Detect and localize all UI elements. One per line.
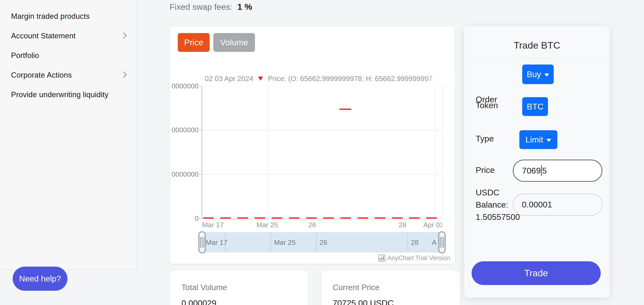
caret-down-icon [544, 73, 549, 76]
app-root: Margin traded products Account Statement… [0, 0, 644, 305]
chart-legend-date: 02 03 Apr 2024 [205, 74, 253, 83]
sidebar-item-portfolio[interactable]: Portfolio [0, 46, 137, 65]
sidebar: Margin traded products Account Statement… [0, 0, 137, 270]
scroller-label: Mar 25 [274, 239, 296, 246]
sidebar-item-label: Provide underwriting liquidity [11, 90, 108, 99]
chart-legend-ohlc: Price: (O: 65662.9999999978; H: 65662.99… [268, 74, 432, 83]
x-axis-label: Mar 17 [202, 221, 224, 229]
scroller-handle-right[interactable] [438, 231, 446, 253]
chevron-right-icon [120, 71, 127, 78]
sidebar-item-label: Corporate Actions [11, 71, 72, 79]
candle-mark [339, 109, 351, 110]
scroller-label: A [432, 239, 436, 246]
legend-fade-overlay [422, 73, 455, 84]
x-axis-label: 26 [308, 221, 316, 229]
y-axis-tick [199, 86, 202, 86]
divider [464, 58, 610, 58]
x-axis-label: Apr 03 [423, 221, 442, 229]
x-axis: Mar 17 Mar 25 26 28 Apr 03 [202, 221, 442, 231]
type-label: Type [476, 134, 494, 144]
watermark-text: AnyChart Trial Version [388, 254, 450, 262]
scroller-label: 26 [320, 239, 327, 246]
sidebar-item-label: Account Statement [11, 32, 76, 40]
token-row-label: Token [476, 101, 498, 110]
sidebar-item-margin-traded-products[interactable]: Margin traded products [0, 6, 137, 26]
balance-amount-label: 1.50557500 [476, 212, 520, 222]
scroller-separator [270, 233, 271, 252]
price-input[interactable]: 7069 5 [513, 160, 602, 182]
stat-value: 0.000029 [182, 299, 216, 305]
scroller-label: Mar 17 [206, 239, 228, 246]
grid-line [202, 130, 442, 130]
anychart-watermark: AnyChart Trial Version [378, 254, 450, 262]
stat-value: 70725.00 USDC [332, 299, 394, 305]
stat-label: Total Volume [182, 283, 227, 292]
total-volume-card: Total Volume 0.000029 [170, 270, 308, 305]
y-axis-label: 0000000 [170, 126, 198, 134]
type-value: Limit [526, 135, 543, 145]
current-price-card: Current Price 70725.00 USDC [321, 270, 460, 305]
amount-input[interactable]: 0.00001 [513, 194, 602, 216]
chart-scroller[interactable]: Mar 17 Mar 25 26 28 A [202, 232, 442, 252]
plot-area[interactable] [202, 86, 442, 218]
amount-value: 0.00001 [522, 200, 552, 210]
y-axis-tick [199, 174, 202, 175]
trade-panel-title: Trade BTC [464, 40, 610, 51]
token-button[interactable]: BTC [522, 97, 548, 116]
sidebar-item-corporate-actions[interactable]: Corporate Actions [0, 65, 137, 85]
trade-panel: Trade BTC Order Buy Token Token BTC Type… [464, 26, 610, 298]
triangle-down-icon [258, 76, 263, 81]
stat-label: Current Price [332, 283, 380, 292]
grid-line [268, 86, 268, 218]
caret-down-icon [546, 139, 551, 142]
type-select[interactable]: Limit [519, 130, 557, 149]
drag-grip-icon [440, 237, 444, 248]
scroller-handle-left[interactable] [198, 231, 206, 253]
sidebar-item-label: Margin traded products [11, 12, 90, 21]
y-axis-label: 0000000 [170, 82, 198, 90]
balance-token-label: USDC [476, 188, 499, 197]
y-axis-tick [199, 218, 202, 219]
chart-card: Price Volume 02 03 Apr 2024 Price: (O: 6… [170, 26, 455, 264]
scroller-label: 28 [411, 239, 419, 246]
sidebar-item-label: Portfolio [11, 51, 39, 60]
tab-price[interactable]: Price [178, 33, 210, 52]
bar-chart-icon [378, 255, 385, 262]
chart-legend: 02 03 Apr 2024 Price: (O: 65662.99999999… [205, 73, 455, 84]
order-select[interactable]: Buy [522, 64, 554, 84]
fees-row: Fixed swap fees: 1 % [170, 2, 252, 12]
price-value-before-caret: 7069 [522, 166, 540, 176]
chevron-right-icon [120, 32, 127, 38]
sidebar-item-provide-underwriting-liquidity[interactable]: Provide underwriting liquidity [0, 85, 137, 104]
x-axis-label: Mar 25 [256, 221, 278, 229]
token-value: BTC [527, 102, 544, 111]
balance-label: Balance: [476, 200, 508, 210]
fees-value: 1 % [238, 2, 252, 12]
y-axis-label: 0000000 [170, 170, 198, 178]
zero-line-dashes [203, 217, 440, 219]
tab-volume[interactable]: Volume [213, 33, 255, 52]
grid-line [435, 86, 436, 218]
price-value-after-caret: 5 [542, 166, 547, 176]
fees-label: Fixed swap fees: [170, 2, 232, 12]
price-label: Price [476, 165, 495, 175]
x-axis-label: 28 [398, 221, 406, 229]
scroller-separator [408, 233, 408, 252]
y-axis-tick [199, 130, 202, 130]
grid-line [202, 174, 442, 175]
order-value: Buy [527, 70, 541, 79]
need-help-button[interactable]: Need help? [13, 267, 68, 291]
y-axis-label: 0 [170, 214, 198, 222]
drag-grip-icon [200, 237, 204, 248]
scroller-separator [316, 233, 317, 252]
sidebar-item-account-statement[interactable]: Account Statement [0, 26, 137, 46]
trade-button[interactable]: Trade [472, 261, 601, 285]
text-cursor [541, 165, 542, 176]
